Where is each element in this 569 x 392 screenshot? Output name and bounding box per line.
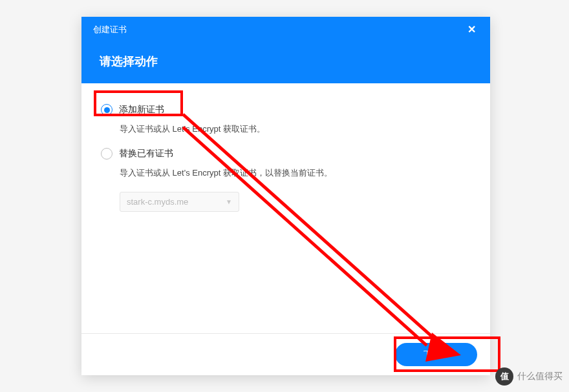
option1-desc: 导入证书或从 Let's Encrypt 获取证书。: [120, 123, 471, 135]
close-icon[interactable]: ✕: [465, 23, 478, 36]
chevron-down-icon: ▼: [226, 198, 232, 205]
radio-selected-icon: [101, 104, 113, 116]
radio-label: 添加新证书: [119, 104, 164, 116]
create-cert-modal: 创建证书 ✕ 请选择动作 添加新证书 导入证书或从 Let's Encrypt …: [81, 17, 490, 375]
modal-title: 请选择动作: [81, 42, 490, 83]
radio-unselected-icon: [101, 148, 113, 160]
modal-breadcrumb: 创建证书: [93, 24, 127, 36]
watermark: 值 什么值得买: [495, 367, 563, 386]
watermark-text: 什么值得买: [517, 371, 563, 382]
next-button[interactable]: 下一步: [395, 343, 477, 366]
modal-header: 创建证书 ✕: [81, 17, 490, 42]
modal-footer: 下一步: [81, 333, 490, 375]
radio-add-new-cert[interactable]: 添加新证书: [101, 104, 471, 116]
modal-body: 添加新证书 导入证书或从 Let's Encrypt 获取证书。 替换已有证书 …: [81, 83, 490, 333]
watermark-logo: 值: [495, 367, 513, 386]
dropdown-value: stark-c.myds.me: [127, 197, 188, 207]
radio-label: 替换已有证书: [119, 148, 173, 160]
option2-desc: 导入证书或从 Let's Encrypt 获取证书，以替换当前证书。: [120, 167, 471, 179]
radio-replace-cert[interactable]: 替换已有证书: [101, 148, 471, 160]
cert-domain-select: stark-c.myds.me ▼: [120, 192, 239, 212]
